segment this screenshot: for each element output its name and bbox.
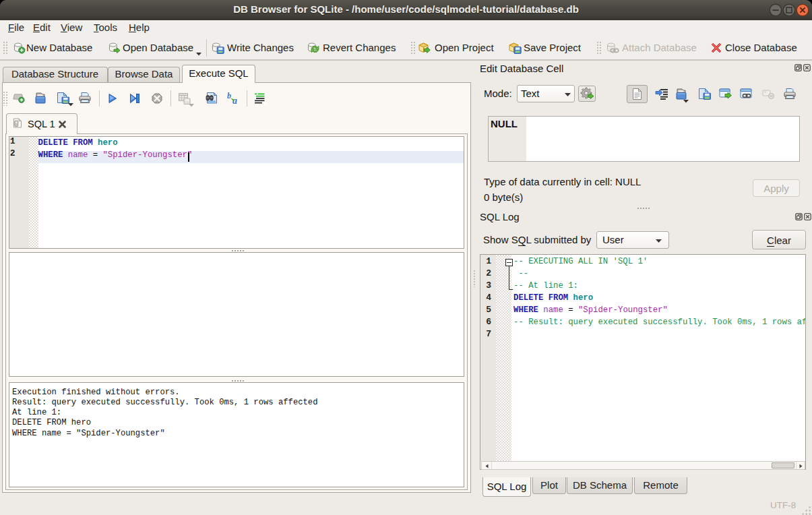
svg-text:b: b bbox=[227, 92, 231, 100]
